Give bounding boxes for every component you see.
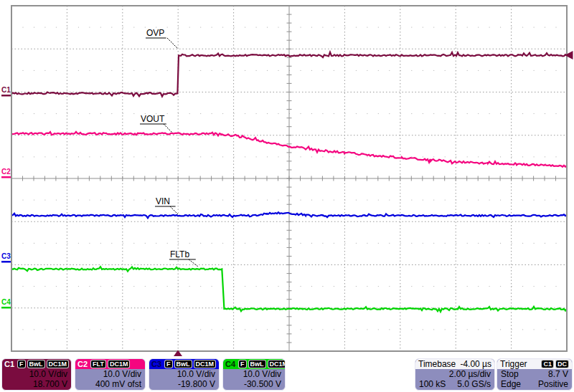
- channel-c3-scale: 10.0 V/div: [149, 369, 219, 379]
- channel-c2-offset: 400 mV ofst: [75, 379, 145, 389]
- channel-c1-scale: 10.0 V/div: [2, 369, 71, 379]
- channel-c3-badge-f: F: [164, 360, 173, 368]
- timebase-delay: -4.00 µs: [460, 359, 491, 369]
- channel-c1-offset: 18.700 V: [2, 379, 71, 389]
- channel-c2-badge-flt: FLT: [90, 360, 106, 368]
- channel-marker-dash-c3[interactable]: [1, 261, 11, 263]
- channel-c4-offset: -30.500 V: [223, 379, 285, 389]
- channel-c2-scale: 10.0 V/div: [75, 369, 145, 379]
- channel-c4-header: C4 F BwL DC1M: [223, 359, 285, 369]
- channel-c4-badge-bwl: BwL: [248, 360, 266, 368]
- channel-c4-badge-coupling: DC1M: [268, 360, 286, 368]
- channel-c3-header: C3 F BwL DC1M: [149, 359, 219, 369]
- timebase-title: Timebase: [418, 359, 456, 369]
- waveform-plot[interactable]: C1C2C3C4OVPVOUTVINFLTb: [0, 0, 574, 358]
- status-bar: C1 F BwL DC1M 10.0 V/div 18.700 V C2 FLT…: [0, 358, 574, 392]
- channel-c3-offset: -19.800 V: [149, 379, 219, 389]
- trigger-source-badge: C1: [541, 360, 554, 368]
- channel-marker-dash-c1[interactable]: [1, 95, 11, 97]
- channel-marker-c4[interactable]: C4: [1, 298, 11, 306]
- channel-c3-label: C3: [151, 360, 161, 368]
- timebase-samples: 100 kS: [419, 379, 446, 389]
- trigger-kind: Edge: [501, 379, 521, 389]
- channel-c3-badge-coupling: DC1M: [194, 360, 217, 368]
- annotation-vin: VIN: [156, 196, 170, 206]
- timebase-scale-row: 2.00 µs/div: [415, 369, 494, 379]
- timebase-per-div: 2.00 µs/div: [449, 369, 491, 379]
- channel-box-c2[interactable]: C2 FLT DC1M 10.0 V/div 400 mV ofst: [75, 358, 146, 391]
- channel-marker-c2[interactable]: C2: [1, 168, 11, 176]
- timebase-box[interactable]: Timebase -4.00 µs 2.00 µs/div 100 kS 5.0…: [415, 358, 495, 391]
- trigger-coupling-badge: DC: [555, 360, 569, 368]
- channel-box-c4[interactable]: C4 F BwL DC1M 10.0 V/div -30.500 V: [222, 358, 286, 391]
- timebase-rate: 5.0 GS/s: [457, 379, 491, 389]
- channel-c2-badge-coupling: DC1M: [108, 360, 131, 368]
- timebase-sampling-row: 100 kS 5.0 GS/s: [415, 379, 494, 389]
- channel-marker-dash-c2[interactable]: [1, 176, 11, 178]
- annotation-fltb: FLTb: [170, 249, 189, 259]
- trigger-mode-row: Stop 8.7 V: [497, 369, 572, 379]
- trigger-header: Trigger C1 DC: [497, 359, 572, 369]
- channel-c4-label: C4: [225, 360, 235, 368]
- channel-c2-label: C2: [77, 360, 88, 368]
- trigger-box[interactable]: Trigger C1 DC Stop 8.7 V Edge Positive: [497, 358, 573, 391]
- trigger-title: Trigger: [500, 359, 527, 369]
- channel-c1-badge-f: F: [17, 360, 26, 368]
- channel-box-c1[interactable]: C1 F BwL DC1M 10.0 V/div 18.700 V: [1, 358, 72, 391]
- channel-marker-c1[interactable]: C1: [1, 86, 11, 94]
- channel-c1-label: C1: [4, 360, 14, 368]
- channel-c4-badge-f: F: [238, 360, 247, 368]
- trigger-mode: Stop: [501, 369, 519, 379]
- channel-c3-badge-bwl: BwL: [174, 360, 192, 368]
- channel-box-c3[interactable]: C3 F BwL DC1M 10.0 V/div -19.800 V: [149, 358, 220, 391]
- channel-c4-scale: 10.0 V/div: [223, 369, 285, 379]
- trigger-slope: Positive: [538, 379, 568, 389]
- trigger-level: 8.7 V: [548, 369, 568, 379]
- channel-c1-header: C1 F BwL DC1M: [2, 359, 71, 369]
- oscilloscope-screen: C1C2C3C4OVPVOUTVINFLTb C1 F BwL DC1M 10.…: [0, 0, 574, 392]
- channel-marker-c3[interactable]: C3: [1, 252, 11, 260]
- channel-c1-badge-coupling: DC1M: [47, 360, 70, 368]
- annotation-ovp: OVP: [146, 28, 164, 38]
- timebase-header: Timebase -4.00 µs: [415, 359, 494, 369]
- channel-marker-dash-c4[interactable]: [1, 307, 11, 309]
- annotation-vout: VOUT: [141, 114, 165, 124]
- channel-c2-header: C2 FLT DC1M: [75, 359, 145, 369]
- trigger-type-row: Edge Positive: [497, 379, 572, 389]
- channel-c1-badge-bwl: BwL: [27, 360, 45, 368]
